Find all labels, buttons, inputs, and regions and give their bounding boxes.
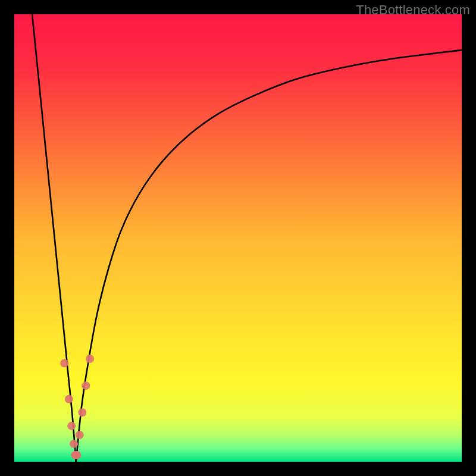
marker-left-cluster xyxy=(65,395,73,403)
marker-left-cluster xyxy=(67,422,76,430)
marker-right-cluster xyxy=(82,381,90,390)
marker-left-cluster xyxy=(60,359,68,368)
gradient-background xyxy=(14,14,462,462)
watermark-label: TheBottleneck.com xyxy=(356,2,470,18)
marker-right-cluster xyxy=(78,408,86,416)
marker-left-cluster xyxy=(70,440,78,448)
bottleneck-chart xyxy=(14,14,462,462)
marker-right-cluster xyxy=(86,355,94,363)
marker-right-cluster xyxy=(73,451,81,459)
outer-frame: TheBottleneck.com xyxy=(0,0,476,476)
marker-right-cluster xyxy=(76,431,84,439)
